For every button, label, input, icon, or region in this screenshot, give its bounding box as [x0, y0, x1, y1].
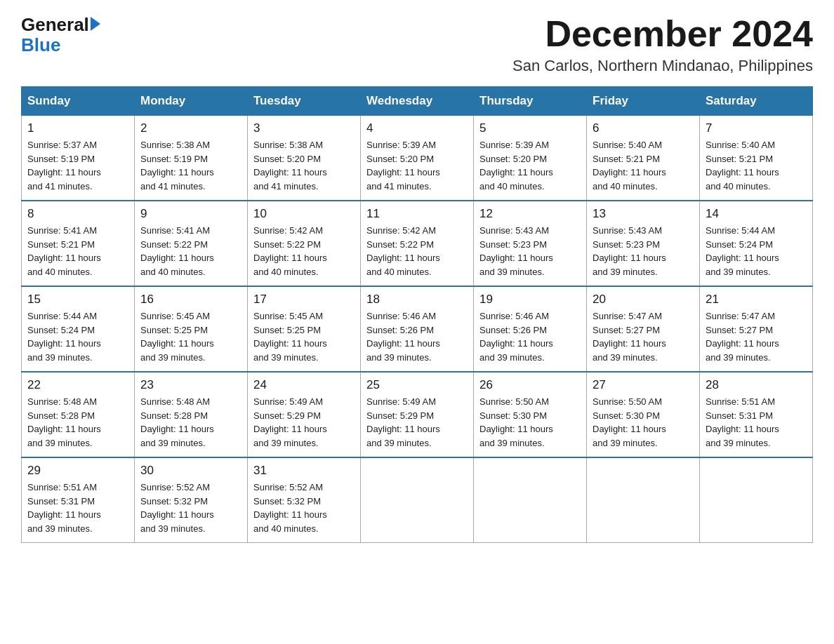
day-number: 14 — [706, 207, 807, 221]
day-info: Sunrise: 5:52 AMSunset: 5:32 PMDaylight:… — [253, 481, 355, 535]
day-info: Sunrise: 5:43 AMSunset: 5:23 PMDaylight:… — [479, 224, 581, 279]
calendar-day-cell: 9Sunrise: 5:41 AMSunset: 5:22 PMDaylight… — [135, 201, 248, 286]
day-info: Sunrise: 5:44 AMSunset: 5:24 PMDaylight:… — [706, 224, 807, 279]
calendar-header-thursday: Thursday — [474, 87, 587, 116]
day-info: Sunrise: 5:45 AMSunset: 5:25 PMDaylight:… — [253, 309, 355, 364]
day-info: Sunrise: 5:42 AMSunset: 5:22 PMDaylight:… — [366, 224, 468, 279]
day-number: 31 — [253, 464, 355, 478]
day-info: Sunrise: 5:46 AMSunset: 5:26 PMDaylight:… — [366, 309, 468, 364]
calendar-day-cell: 15Sunrise: 5:44 AMSunset: 5:24 PMDayligh… — [22, 286, 135, 372]
day-number: 27 — [593, 378, 694, 392]
day-number: 7 — [706, 121, 807, 135]
calendar-week-row: 8Sunrise: 5:41 AMSunset: 5:21 PMDaylight… — [22, 201, 813, 286]
calendar-day-cell — [587, 457, 700, 543]
day-number: 17 — [253, 293, 355, 307]
day-number: 4 — [366, 121, 468, 135]
day-number: 26 — [479, 378, 581, 392]
calendar-day-cell: 8Sunrise: 5:41 AMSunset: 5:21 PMDaylight… — [22, 201, 135, 286]
day-info: Sunrise: 5:50 AMSunset: 5:30 PMDaylight:… — [479, 395, 581, 450]
logo-arrow-icon — [91, 17, 100, 31]
day-info: Sunrise: 5:37 AMSunset: 5:19 PMDaylight:… — [27, 138, 128, 193]
logo-blue-text: Blue — [21, 36, 100, 54]
day-info: Sunrise: 5:41 AMSunset: 5:22 PMDaylight:… — [140, 224, 241, 279]
calendar-header-monday: Monday — [135, 87, 248, 116]
calendar-header-friday: Friday — [587, 87, 700, 116]
day-number: 11 — [366, 207, 468, 221]
calendar-week-row: 1Sunrise: 5:37 AMSunset: 5:19 PMDaylight… — [22, 116, 813, 201]
day-number: 9 — [140, 207, 241, 221]
calendar-week-row: 22Sunrise: 5:48 AMSunset: 5:28 PMDayligh… — [22, 372, 813, 457]
calendar-day-cell: 31Sunrise: 5:52 AMSunset: 5:32 PMDayligh… — [248, 457, 361, 543]
day-number: 30 — [140, 464, 241, 478]
day-info: Sunrise: 5:49 AMSunset: 5:29 PMDaylight:… — [253, 395, 355, 450]
calendar-day-cell: 29Sunrise: 5:51 AMSunset: 5:31 PMDayligh… — [22, 457, 135, 543]
day-info: Sunrise: 5:39 AMSunset: 5:20 PMDaylight:… — [366, 138, 468, 193]
calendar-day-cell — [361, 457, 474, 543]
calendar-day-cell: 18Sunrise: 5:46 AMSunset: 5:26 PMDayligh… — [361, 286, 474, 372]
page-header: General Blue December 2024 San Carlos, N… — [21, 14, 813, 75]
day-number: 1 — [27, 121, 128, 135]
day-number: 25 — [366, 378, 468, 392]
day-number: 3 — [253, 121, 355, 135]
day-info: Sunrise: 5:45 AMSunset: 5:25 PMDaylight:… — [140, 309, 241, 364]
day-info: Sunrise: 5:50 AMSunset: 5:30 PMDaylight:… — [593, 395, 694, 450]
day-info: Sunrise: 5:38 AMSunset: 5:19 PMDaylight:… — [140, 138, 241, 193]
title-section: December 2024 San Carlos, Northern Minda… — [512, 14, 813, 75]
calendar-day-cell: 12Sunrise: 5:43 AMSunset: 5:23 PMDayligh… — [474, 201, 587, 286]
day-number: 18 — [366, 293, 468, 307]
calendar-day-cell: 4Sunrise: 5:39 AMSunset: 5:20 PMDaylight… — [361, 116, 474, 201]
calendar-day-cell: 19Sunrise: 5:46 AMSunset: 5:26 PMDayligh… — [474, 286, 587, 372]
calendar-day-cell: 1Sunrise: 5:37 AMSunset: 5:19 PMDaylight… — [22, 116, 135, 201]
day-number: 20 — [593, 293, 694, 307]
day-info: Sunrise: 5:42 AMSunset: 5:22 PMDaylight:… — [253, 224, 355, 279]
location-title: San Carlos, Northern Mindanao, Philippin… — [512, 57, 813, 75]
calendar-day-cell — [474, 457, 587, 543]
day-info: Sunrise: 5:52 AMSunset: 5:32 PMDaylight:… — [140, 481, 241, 535]
calendar-day-cell: 27Sunrise: 5:50 AMSunset: 5:30 PMDayligh… — [587, 372, 700, 457]
day-number: 23 — [140, 378, 241, 392]
day-info: Sunrise: 5:44 AMSunset: 5:24 PMDaylight:… — [27, 309, 128, 364]
calendar-day-cell: 25Sunrise: 5:49 AMSunset: 5:29 PMDayligh… — [361, 372, 474, 457]
day-number: 13 — [593, 207, 694, 221]
calendar-day-cell: 20Sunrise: 5:47 AMSunset: 5:27 PMDayligh… — [587, 286, 700, 372]
calendar-day-cell: 10Sunrise: 5:42 AMSunset: 5:22 PMDayligh… — [248, 201, 361, 286]
calendar-table: SundayMondayTuesdayWednesdayThursdayFrid… — [21, 86, 813, 543]
calendar-header-tuesday: Tuesday — [248, 87, 361, 116]
logo-general-text: General — [21, 14, 89, 36]
calendar-day-cell: 24Sunrise: 5:49 AMSunset: 5:29 PMDayligh… — [248, 372, 361, 457]
day-info: Sunrise: 5:47 AMSunset: 5:27 PMDaylight:… — [706, 309, 807, 364]
day-number: 28 — [706, 378, 807, 392]
calendar-day-cell: 14Sunrise: 5:44 AMSunset: 5:24 PMDayligh… — [700, 201, 813, 286]
calendar-header-sunday: Sunday — [22, 87, 135, 116]
calendar-header-saturday: Saturday — [700, 87, 813, 116]
day-info: Sunrise: 5:41 AMSunset: 5:21 PMDaylight:… — [27, 224, 128, 279]
day-info: Sunrise: 5:40 AMSunset: 5:21 PMDaylight:… — [706, 138, 807, 193]
day-number: 2 — [140, 121, 241, 135]
day-number: 8 — [27, 207, 128, 221]
day-number: 22 — [27, 378, 128, 392]
calendar-day-cell: 7Sunrise: 5:40 AMSunset: 5:21 PMDaylight… — [700, 116, 813, 201]
calendar-header-row: SundayMondayTuesdayWednesdayThursdayFrid… — [22, 87, 813, 116]
day-number: 16 — [140, 293, 241, 307]
month-year-title: December 2024 — [512, 14, 813, 54]
day-info: Sunrise: 5:48 AMSunset: 5:28 PMDaylight:… — [27, 395, 128, 450]
day-info: Sunrise: 5:38 AMSunset: 5:20 PMDaylight:… — [253, 138, 355, 193]
day-info: Sunrise: 5:48 AMSunset: 5:28 PMDaylight:… — [140, 395, 241, 450]
logo: General Blue — [21, 14, 100, 54]
day-number: 19 — [479, 293, 581, 307]
day-number: 15 — [27, 293, 128, 307]
day-number: 5 — [479, 121, 581, 135]
day-number: 6 — [593, 121, 694, 135]
calendar-day-cell: 26Sunrise: 5:50 AMSunset: 5:30 PMDayligh… — [474, 372, 587, 457]
calendar-header-wednesday: Wednesday — [361, 87, 474, 116]
calendar-week-row: 15Sunrise: 5:44 AMSunset: 5:24 PMDayligh… — [22, 286, 813, 372]
calendar-day-cell: 6Sunrise: 5:40 AMSunset: 5:21 PMDaylight… — [587, 116, 700, 201]
calendar-day-cell: 28Sunrise: 5:51 AMSunset: 5:31 PMDayligh… — [700, 372, 813, 457]
day-number: 12 — [479, 207, 581, 221]
day-number: 29 — [27, 464, 128, 478]
calendar-day-cell: 2Sunrise: 5:38 AMSunset: 5:19 PMDaylight… — [135, 116, 248, 201]
day-info: Sunrise: 5:43 AMSunset: 5:23 PMDaylight:… — [593, 224, 694, 279]
calendar-day-cell: 17Sunrise: 5:45 AMSunset: 5:25 PMDayligh… — [248, 286, 361, 372]
day-info: Sunrise: 5:40 AMSunset: 5:21 PMDaylight:… — [593, 138, 694, 193]
day-info: Sunrise: 5:47 AMSunset: 5:27 PMDaylight:… — [593, 309, 694, 364]
